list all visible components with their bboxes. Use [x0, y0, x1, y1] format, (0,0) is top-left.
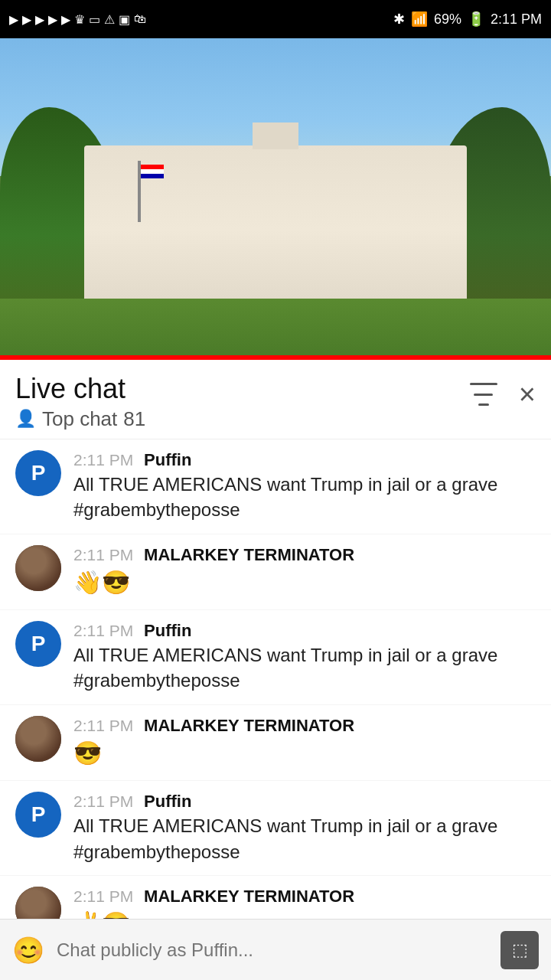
flag-pole [138, 161, 141, 222]
message-timestamp: 2:11 PM [73, 792, 133, 810]
message-meta: 2:11 PM MALARKEY TERMINATOR [73, 545, 536, 565]
message-username: MALARKEY TERMINATOR [144, 887, 354, 906]
message-username: Puffin [144, 621, 191, 640]
message-username: MALARKEY TERMINATOR [144, 545, 354, 564]
avatar: P [15, 792, 61, 838]
message-emojis: 😎 [73, 740, 102, 766]
filter-button[interactable] [470, 383, 497, 406]
avatar: P [15, 621, 61, 667]
message-meta: 2:11 PM MALARKEY TERMINATOR [73, 887, 536, 906]
grass-area [0, 299, 551, 360]
send-button[interactable]: ⬚ [500, 931, 539, 969]
message-timestamp: 2:11 PM [73, 546, 133, 564]
emoji-button[interactable]: 😊 [12, 935, 44, 965]
message-meta: 2:11 PM MALARKEY TERMINATOR [73, 716, 536, 736]
message-timestamp: 2:11 PM [73, 717, 133, 734]
message-text: 😎 [73, 737, 536, 769]
status-bar: ▶ ▶ ▶ ▶ ▶ ♛ ▭ ⚠ ▣ 🛍 ✱ 📶 69% 🔋 2:11 PM [0, 0, 551, 38]
play-icon-5: ▶ [61, 12, 70, 27]
chat-subtitle[interactable]: 👤 Top chat 81 [15, 407, 145, 431]
folder-icon: ▭ [89, 12, 100, 27]
wifi-icon: 📶 [411, 11, 428, 28]
time-display: 2:11 PM [491, 11, 542, 28]
chat-header: Live chat 👤 Top chat 81 × [0, 360, 551, 439]
chat-input-bar: 😊 ⬚ [0, 919, 551, 980]
viewer-count: 81 [123, 407, 145, 431]
chat-messages-list: P2:11 PM PuffinAll TRUE AMERICANS want T… [0, 439, 551, 980]
avatar [15, 716, 61, 762]
bluetooth-icon: ✱ [393, 11, 405, 28]
chat-message: 2:11 PM MALARKEY TERMINATOR 😎 [0, 705, 551, 781]
message-username: Puffin [144, 450, 191, 469]
message-content: 2:11 PM MALARKEY TERMINATOR 👋😎 [73, 545, 536, 599]
message-text: All TRUE AMERICANS want Trump in jail or… [73, 472, 536, 523]
message-timestamp: 2:11 PM [73, 622, 133, 639]
message-meta: 2:11 PM Puffin [73, 621, 536, 641]
message-username: Puffin [144, 792, 191, 811]
message-text: 👋😎 [73, 567, 536, 599]
status-icons-left: ▶ ▶ ▶ ▶ ▶ ♛ ▭ ⚠ ▣ 🛍 [9, 12, 146, 27]
message-timestamp: 2:11 PM [73, 451, 133, 469]
chat-message: P2:11 PM PuffinAll TRUE AMERICANS want T… [0, 781, 551, 876]
play-icon-4: ▶ [48, 12, 57, 27]
chat-message: 2:11 PM MALARKEY TERMINATOR 👋😎 [0, 534, 551, 610]
crown-icon: ♛ [74, 12, 85, 27]
chat-message: P2:11 PM PuffinAll TRUE AMERICANS want T… [0, 610, 551, 705]
chat-header-right: × [470, 380, 536, 409]
live-chat-title: Live chat [15, 374, 145, 404]
message-content: 2:11 PM PuffinAll TRUE AMERICANS want Tr… [73, 792, 536, 864]
chat-header-left: Live chat 👤 Top chat 81 [15, 374, 145, 431]
chat-input-field[interactable] [57, 939, 488, 961]
message-content: 2:11 PM MALARKEY TERMINATOR 😎 [73, 716, 536, 769]
close-button[interactable]: × [519, 380, 536, 409]
top-chat-label: Top chat [42, 407, 117, 431]
image-icon: ▣ [119, 12, 130, 27]
video-progress-bar[interactable] [0, 355, 551, 360]
play-icon-3: ▶ [35, 12, 44, 27]
filter-line-1 [470, 383, 497, 385]
message-content: 2:11 PM PuffinAll TRUE AMERICANS want Tr… [73, 621, 536, 694]
message-text: All TRUE AMERICANS want Trump in jail or… [73, 642, 536, 694]
filter-line-2 [474, 394, 493, 396]
send-icon-symbol: ⬚ [512, 940, 528, 960]
video-player[interactable] [0, 38, 551, 360]
filter-line-3 [478, 403, 489, 406]
message-content: 2:11 PM PuffinAll TRUE AMERICANS want Tr… [73, 450, 536, 523]
avatar: P [15, 450, 61, 496]
bag-icon: 🛍 [134, 12, 146, 26]
battery-icon: 🔋 [468, 11, 484, 28]
play-icon-2: ▶ [22, 12, 31, 27]
message-timestamp: 2:11 PM [73, 887, 133, 905]
chat-message: P2:11 PM PuffinAll TRUE AMERICANS want T… [0, 439, 551, 534]
play-icon: ▶ [9, 12, 18, 27]
message-meta: 2:11 PM Puffin [73, 792, 536, 812]
avatar [15, 545, 61, 591]
message-username: MALARKEY TERMINATOR [144, 716, 354, 735]
message-text: All TRUE AMERICANS want Trump in jail or… [73, 813, 536, 864]
users-icon: 👤 [15, 409, 36, 429]
status-icons-right: ✱ 📶 69% 🔋 2:11 PM [393, 11, 542, 28]
message-meta: 2:11 PM Puffin [73, 450, 536, 470]
warning-icon: ⚠ [104, 12, 115, 27]
message-emojis: 👋😎 [73, 570, 130, 595]
battery-percent: 69% [434, 11, 461, 28]
live-chat-section: Live chat 👤 Top chat 81 × P2:11 PM Puffi… [0, 360, 551, 980]
